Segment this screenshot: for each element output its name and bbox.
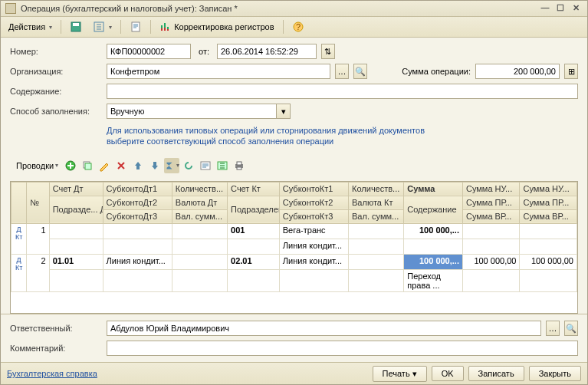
print-icon[interactable] [232, 158, 247, 173]
col-sdt2[interactable]: СубконтоДт2 [103, 196, 172, 209]
cell-snu[interactable] [462, 223, 519, 239]
col-curdt[interactable]: Валюта Дт [172, 196, 227, 209]
cell-kt[interactable]: 02.01 [228, 254, 280, 269]
print-button[interactable]: Печать ▾ [373, 366, 427, 382]
date-field[interactable] [217, 44, 317, 59]
cell-sum[interactable]: 100 000,... [404, 254, 463, 269]
col-subdt[interactable]: Подразде... Дт [49, 196, 103, 223]
resp-select-icon[interactable]: … [546, 321, 560, 336]
cell-snu2[interactable] [520, 223, 577, 239]
entries-menu[interactable]: Проводки ▾ [13, 158, 61, 173]
cell-skt2[interactable]: Линия кондит... [279, 239, 348, 254]
cell[interactable] [404, 239, 463, 254]
delete-icon[interactable] [113, 158, 129, 173]
correction-button[interactable]: Корректировка регистров [155, 19, 278, 35]
cell-qtykt[interactable] [349, 223, 404, 239]
org-search-icon[interactable]: 🔍 [353, 64, 367, 79]
col-subkt[interactable]: Подразделение Кт [228, 196, 280, 223]
cell[interactable] [228, 269, 280, 291]
entries-grid[interactable]: № Счет Дт СубконтоДт1 Количеств... Счет … [10, 181, 578, 314]
col-skt3[interactable]: СубконтоКт3 [279, 209, 348, 223]
cell[interactable] [103, 239, 172, 254]
settings-icon[interactable] [198, 158, 213, 173]
cell[interactable] [103, 269, 172, 291]
number-field[interactable] [107, 44, 191, 59]
comment-field[interactable] [107, 341, 578, 356]
maximize-icon[interactable]: ☐ [554, 2, 567, 15]
col-snu2[interactable]: Сумма НУ... [520, 182, 577, 196]
resp-field[interactable]: Абдулов Юрий Владимирович [107, 321, 541, 336]
nav-icon[interactable]: ▾ [88, 19, 117, 35]
cell-n[interactable]: 2 [27, 254, 49, 291]
cell[interactable] [49, 239, 103, 254]
cell-skt1[interactable]: Линия кондит... [279, 254, 348, 269]
col-svr[interactable]: Сумма ВР... [462, 209, 519, 223]
cell[interactable] [349, 269, 404, 291]
cell-qtydt[interactable] [172, 254, 227, 269]
moveup-icon[interactable] [130, 158, 146, 173]
cell-kt[interactable]: 001 [228, 223, 280, 239]
cell-sdt1[interactable]: Линия кондит... [103, 254, 172, 269]
col-sum[interactable]: Сумма [404, 182, 463, 196]
col-snu[interactable]: Сумма НУ... [462, 182, 519, 196]
col-qtykt[interactable]: Количеств... [349, 182, 404, 196]
col-skt2[interactable]: СубконтоКт2 [279, 196, 348, 209]
cell-sum[interactable]: 100 000,... [404, 223, 463, 239]
col-spr2[interactable]: Сумма ПР... [520, 196, 577, 209]
col-skt1[interactable]: СубконтоКт1 [279, 182, 348, 196]
content-field[interactable] [107, 84, 578, 99]
cell-sdt1[interactable] [103, 223, 172, 239]
edit-icon[interactable] [97, 158, 112, 173]
table-row[interactable]: ДКт 2 01.01 Линия кондит... 02.01 Линия … [11, 254, 577, 269]
col-sdt3[interactable]: СубконтоДт3 [103, 209, 172, 223]
col-vskt[interactable]: Вал. сумм... [349, 209, 404, 223]
save-button[interactable]: Записать [468, 366, 524, 381]
cell[interactable] [172, 269, 227, 291]
cell[interactable] [462, 239, 519, 254]
export-icon[interactable] [215, 158, 230, 173]
org-select-icon[interactable]: … [335, 64, 349, 79]
cell-dt[interactable]: 01.01 [49, 254, 103, 269]
cell-qtykt[interactable] [349, 254, 404, 269]
cell-cont[interactable]: Переход права ... [404, 269, 463, 291]
cell-snu[interactable]: 100 000,00 [462, 254, 519, 269]
col-qtydt[interactable]: Количеств... [172, 182, 227, 196]
col-curkt[interactable]: Валюта Кт [349, 196, 404, 209]
close-icon[interactable]: ✕ [569, 2, 583, 15]
close-button[interactable]: Закрыть [529, 366, 581, 381]
cell-dt[interactable] [49, 223, 103, 239]
col-vsdt[interactable]: Вал. сумм... [172, 209, 227, 223]
minimize-icon[interactable]: — [538, 2, 552, 15]
col-sdt1[interactable]: СубконтоДт1 [103, 182, 172, 196]
col-n[interactable]: № [27, 182, 49, 223]
cell[interactable] [172, 239, 227, 254]
col-dt[interactable]: Счет Дт [49, 182, 103, 196]
actions-menu[interactable]: Действия ▾ [4, 21, 57, 33]
help-icon[interactable]: ? [287, 19, 309, 35]
method-field[interactable]: Вручную ▾ [107, 104, 291, 119]
cell[interactable] [49, 269, 103, 291]
cell-snu2[interactable]: 100 000,00 [520, 254, 577, 269]
sum-field[interactable] [475, 64, 560, 79]
cell[interactable] [520, 269, 577, 291]
cell[interactable] [228, 239, 280, 254]
col-spr[interactable]: Сумма ПР... [462, 196, 519, 209]
movedown-icon[interactable] [147, 158, 163, 173]
ok-button[interactable]: OK [432, 366, 464, 381]
col-svr2[interactable]: Сумма ВР... [520, 209, 577, 223]
date-spinner-icon[interactable]: ⇅ [321, 44, 335, 59]
org-field[interactable]: Конфетпром [107, 64, 330, 79]
cell[interactable] [279, 269, 348, 291]
cell[interactable] [462, 269, 519, 291]
copy-icon[interactable] [80, 158, 95, 173]
table-row[interactable]: Линия кондит... [11, 239, 577, 254]
report-link[interactable]: Бухгалтерская справка [7, 369, 97, 378]
table-row[interactable]: ДКт 1 001 Вега-транс 100 000,... [11, 223, 577, 239]
cell-qtydt[interactable] [172, 223, 227, 239]
col-kt[interactable]: Счет Кт [228, 182, 280, 196]
cell[interactable] [349, 239, 404, 254]
cell-n[interactable]: 1 [27, 223, 49, 254]
calc-icon[interactable]: ⊞ [564, 64, 578, 79]
refresh-icon[interactable] [181, 158, 196, 173]
resp-search-icon[interactable]: 🔍 [564, 321, 578, 336]
